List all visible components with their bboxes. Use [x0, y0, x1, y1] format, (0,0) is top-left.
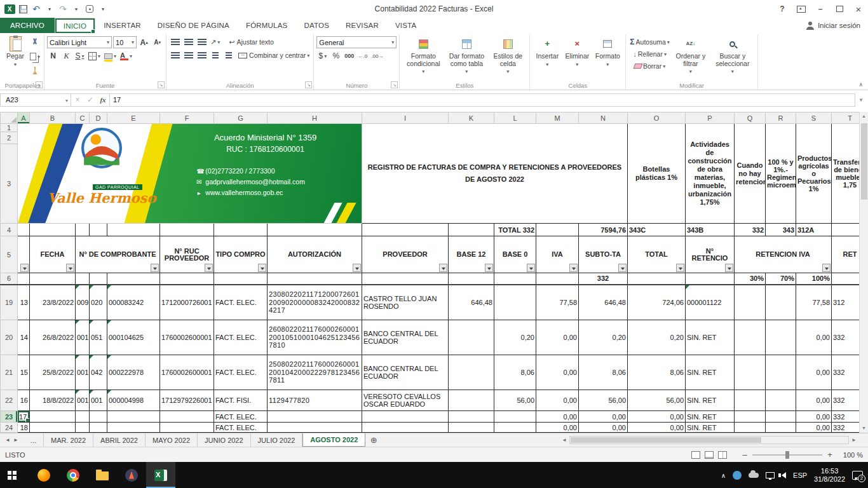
- new-sheet-icon[interactable]: [365, 433, 382, 447]
- cell[interactable]: [76, 423, 90, 433]
- cell[interactable]: 23/8/2022: [30, 285, 76, 320]
- cell[interactable]: [449, 320, 494, 355]
- cell[interactable]: 2508022021176000260001200104200022297812…: [268, 355, 362, 390]
- cell[interactable]: 724,06: [628, 285, 686, 320]
- redo-button[interactable]: [57, 2, 69, 16]
- scroll-right-icon[interactable]: ►: [849, 437, 859, 443]
- browser-taskbar-button[interactable]: [117, 462, 146, 488]
- cell[interactable]: 77,58: [796, 285, 832, 320]
- sort-filter-button[interactable]: Ordenar y filtrar: [671, 35, 710, 77]
- cell[interactable]: 0,20: [579, 320, 628, 355]
- paste-button[interactable]: Pegar: [4, 35, 27, 69]
- column-header[interactable]: K: [449, 112, 494, 124]
- scroll-left-icon[interactable]: ◄: [559, 437, 569, 443]
- total-label-cell[interactable]: TOTAL 332: [494, 224, 536, 236]
- increase-decimal-button[interactable]: [356, 50, 369, 62]
- cell[interactable]: 000222978: [107, 355, 160, 390]
- sheet-tab-overflow[interactable]: ...: [24, 433, 44, 447]
- column-header[interactable]: B: [30, 112, 76, 124]
- code-cell[interactable]: 312A: [796, 224, 832, 236]
- cell[interactable]: [160, 224, 214, 236]
- cell[interactable]: [214, 224, 268, 236]
- total-subtotal-cell[interactable]: 7594,76: [579, 224, 628, 236]
- font-name-combo[interactable]: Calibri Light: [47, 36, 112, 48]
- cell[interactable]: 0,00: [628, 423, 686, 433]
- cell[interactable]: [30, 224, 76, 236]
- filter-icon[interactable]: [205, 264, 213, 272]
- align-left-button[interactable]: [169, 50, 181, 61]
- cell[interactable]: 000001122: [686, 285, 735, 320]
- cell[interactable]: 0,00: [579, 411, 628, 423]
- sign-in-button[interactable]: Iniciar sesión: [806, 18, 868, 33]
- code-cell[interactable]: 343B: [686, 224, 735, 236]
- subheader-cell[interactable]: 332: [579, 273, 628, 285]
- header-base12[interactable]: BASE 12: [449, 236, 494, 273]
- network-icon[interactable]: [766, 472, 775, 478]
- cell[interactable]: 1760002600001: [160, 355, 214, 390]
- cell[interactable]: 13: [18, 285, 30, 320]
- cell[interactable]: 8,06: [628, 355, 686, 390]
- sheet-title-cell[interactable]: REGISTRO DE FACTURAS DE COMPRA Y RETENCI…: [362, 124, 628, 224]
- filter-icon[interactable]: [676, 264, 684, 272]
- italic-button[interactable]: K: [60, 50, 72, 62]
- column-header[interactable]: S: [796, 112, 832, 124]
- column-header[interactable]: O: [628, 112, 686, 124]
- row-header[interactable]: 24: [1, 423, 18, 433]
- sheet-tab-active[interactable]: AGOSTO 2022: [302, 433, 365, 447]
- cell[interactable]: [268, 224, 362, 236]
- format-painter-button[interactable]: [29, 65, 41, 76]
- cell[interactable]: [90, 273, 107, 285]
- code-cell[interactable]: 343: [766, 224, 796, 236]
- cell[interactable]: [90, 423, 107, 433]
- cell[interactable]: 0,00: [536, 320, 579, 355]
- cell[interactable]: FACT. ELEC.: [214, 285, 268, 320]
- cell[interactable]: [735, 320, 766, 355]
- sheet-tab[interactable]: MAYO 2022: [146, 433, 198, 447]
- cell[interactable]: 1760002600001: [160, 320, 214, 355]
- column-header[interactable]: F: [160, 112, 214, 124]
- column-header[interactable]: C: [76, 112, 90, 124]
- cell[interactable]: [90, 224, 107, 236]
- customize-qat-icon[interactable]: [97, 2, 109, 16]
- enter-icon[interactable]: ✓: [84, 95, 97, 104]
- cell[interactable]: [766, 355, 796, 390]
- cell[interactable]: [76, 411, 90, 423]
- horizontal-scrollbar[interactable]: ◄ ►: [559, 433, 868, 447]
- scrollbar-thumb[interactable]: [571, 437, 761, 443]
- cell[interactable]: [362, 411, 449, 423]
- undo-button[interactable]: [31, 2, 42, 16]
- vertical-scrollbar[interactable]: ▲ ▼: [859, 112, 868, 433]
- cell[interactable]: 2308022021171200072601200902000008324200…: [268, 285, 362, 320]
- cell[interactable]: FACT. ELEC.: [214, 355, 268, 390]
- cell[interactable]: [686, 273, 735, 285]
- file-explorer-taskbar-button[interactable]: [88, 462, 117, 488]
- tray-app-icon[interactable]: [733, 471, 742, 480]
- insert-function-icon[interactable]: fx: [97, 96, 109, 104]
- save-button[interactable]: [17, 2, 29, 16]
- tab-vista[interactable]: VISTA: [387, 18, 424, 33]
- row-header[interactable]: 20: [1, 320, 18, 355]
- cell[interactable]: [107, 411, 160, 423]
- align-middle-button[interactable]: [182, 36, 194, 48]
- cancel-icon[interactable]: ×: [71, 95, 84, 104]
- cell[interactable]: 15: [18, 355, 30, 390]
- cell[interactable]: 56,00: [628, 390, 686, 411]
- cell[interactable]: 646,48: [449, 285, 494, 320]
- minimize-button[interactable]: [811, 1, 830, 18]
- orientation-button[interactable]: [209, 36, 221, 48]
- header-ruc[interactable]: N° RUC PROVEEDOR: [160, 236, 214, 273]
- cell[interactable]: 009: [76, 285, 90, 320]
- clear-button[interactable]: Borrar: [628, 60, 671, 72]
- sheet-tab[interactable]: JULIO 2022: [251, 433, 303, 447]
- header-comprobante[interactable]: N° DE COMPROBANTE: [76, 236, 160, 273]
- ribbon-display-options-button[interactable]: [792, 1, 811, 18]
- cell[interactable]: 0,00: [579, 423, 628, 433]
- borders-button[interactable]: [87, 50, 102, 62]
- cell[interactable]: [766, 411, 796, 423]
- tab-datos[interactable]: DATOS: [295, 18, 337, 33]
- cell[interactable]: 25/8/2022: [30, 355, 76, 390]
- scroll-up-icon[interactable]: ▲: [862, 112, 866, 121]
- format-cells-button[interactable]: Formato: [592, 35, 623, 69]
- cell[interactable]: BANCO CENTRAL DEL ECUADOR: [362, 320, 449, 355]
- expand-formula-bar-icon[interactable]: [855, 97, 867, 103]
